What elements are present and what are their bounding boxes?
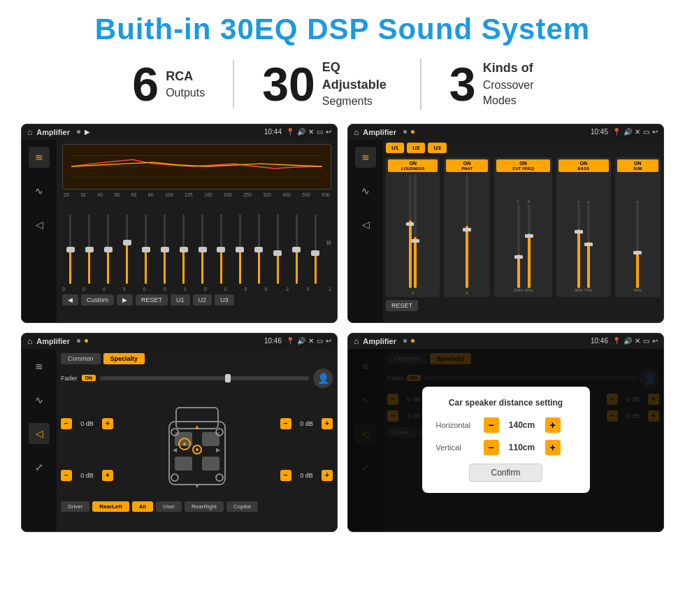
fl-minus[interactable]: − (61, 418, 72, 429)
screen3-status-bar: ⌂ Amplifier 10:46 📍 🔊 ✕ ▭ ↩ (22, 334, 337, 349)
screen3-content: ≋ ∿ ◁ ⤢ Common Specialty Fader ON (22, 349, 337, 531)
fr-value: 0 dB (294, 420, 319, 427)
screen2-sidebar: ≋ ∿ ◁ (348, 140, 383, 322)
horizontal-plus-button[interactable]: + (545, 417, 561, 433)
crossover-channels: ONLOUDNESS 0 (386, 157, 661, 297)
screen2-content: ≋ ∿ ◁ U1 U2 U3 ONLOUDNESS (348, 140, 663, 322)
channel-phat: ONPHAT G (444, 157, 489, 297)
rl-value: 0 dB (75, 472, 99, 479)
location-icon: 📍 (286, 128, 294, 136)
btn-all[interactable]: All (132, 501, 153, 512)
screen2-speaker-icon[interactable]: ◁ (355, 214, 376, 235)
screen2-close-icon[interactable]: ✕ (635, 128, 640, 136)
eq-u2-button[interactable]: U2 (193, 294, 212, 306)
back-icon[interactable]: ↩ (326, 128, 331, 136)
screen2-back-icon[interactable]: ↩ (652, 128, 658, 136)
eq-main: 2532405063 80100125160200 25032040050063… (57, 140, 337, 322)
spk-ctrl-rl: − 0 dB + (61, 470, 113, 481)
btn-rearleft[interactable]: RearLeft (92, 501, 129, 512)
screen2-home-icon[interactable]: ⌂ (354, 127, 359, 137)
screen3-back-icon[interactable]: ↩ (326, 337, 331, 345)
screen-speaker: ⌂ Amplifier 10:46 📍 🔊 ✕ ▭ ↩ ≋ ∿ ◁ (21, 333, 338, 532)
horizontal-minus-button[interactable]: − (484, 417, 499, 433)
channel-cutfreq: ONCUT FREQ F 100Hz (494, 157, 552, 297)
screen2-time: 10:45 (591, 128, 608, 136)
btn-rearright[interactable]: RearRight (185, 501, 224, 512)
spk-ctrl-fl: − 0 dB + (61, 418, 113, 429)
btn-copilot[interactable]: Copilot (226, 501, 258, 512)
home-icon[interactable]: ⌂ (27, 127, 32, 137)
screen4-app-name: Amplifier (363, 337, 396, 345)
screen2-wave-icon[interactable]: ∿ (355, 180, 376, 201)
rl-plus[interactable]: + (102, 470, 113, 481)
channel-loudness: ONLOUDNESS 0 (386, 157, 440, 297)
screen3-expand-icon[interactable]: ⤢ (29, 457, 50, 478)
preset-u1[interactable]: U1 (386, 143, 404, 153)
channel-sub-label: ONSUB (617, 159, 658, 172)
eq-values-row: 00050 00000 0-10-1 (62, 287, 331, 292)
vertical-minus-button[interactable]: − (484, 440, 499, 455)
eq-u1-button[interactable]: U1 (171, 294, 190, 306)
rl-minus[interactable]: − (61, 470, 72, 481)
eq-reset-button[interactable]: RESET (136, 294, 168, 306)
fl-value: 0 dB (75, 420, 99, 427)
eq-controls-row: ◀ Custom ▶ RESET U1 U2 U3 (62, 294, 331, 306)
rr-plus[interactable]: + (322, 470, 333, 481)
sidebar-speaker-icon[interactable]: ◁ (29, 214, 50, 235)
bottom-buttons: Driver RearLeft All User RearRight Copil… (61, 501, 333, 512)
rr-minus[interactable]: − (280, 470, 291, 481)
screen4-time: 10:46 (591, 337, 608, 345)
sidebar-eq-icon[interactable]: ≋ (29, 147, 50, 168)
screen4-back-icon[interactable]: ↩ (652, 337, 658, 345)
screen2-eq-icon[interactable]: ≋ (355, 147, 376, 168)
screen4-close-icon[interactable]: ✕ (635, 337, 640, 345)
volume-icon: 🔊 (297, 128, 305, 136)
fader-switch[interactable]: ON (82, 375, 96, 381)
eq-freq-labels: 2532405063 80100125160200 25032040050063… (62, 192, 331, 197)
stat-rca: 6 RCA Outputs (104, 60, 234, 108)
tab-common[interactable]: Common (61, 353, 101, 364)
screen4-volume-icon: 🔊 (623, 337, 632, 345)
fl-plus[interactable]: + (102, 418, 113, 429)
eq-u3-button[interactable]: U3 (215, 294, 234, 306)
screen3-speaker-icon[interactable]: ◁ (29, 423, 50, 444)
sidebar-wave-icon[interactable]: ∿ (29, 180, 50, 201)
preset-u3[interactable]: U3 (428, 143, 446, 153)
crossover-reset-button[interactable]: RESET (386, 300, 418, 311)
screen3-wave-icon[interactable]: ∿ (29, 389, 50, 410)
screen4-content: ≋ ∿ ◁ ⤢ Common Specialty Fader ON 👤 (348, 349, 663, 531)
screen3-sidebar: ≋ ∿ ◁ ⤢ (22, 349, 57, 531)
eq-prev-button[interactable]: ◀ (62, 294, 78, 306)
profile-icon[interactable]: 👤 (313, 368, 333, 388)
eq-slider-14 (307, 214, 324, 284)
btn-driver[interactable]: Driver (61, 501, 89, 512)
screen2-status-bar: ⌂ Amplifier 10:45 📍 🔊 ✕ ▭ ↩ (348, 124, 663, 140)
close-icon[interactable]: ✕ (308, 128, 314, 136)
vertical-plus-button[interactable]: + (545, 440, 561, 455)
eq-sliders: » (62, 200, 331, 284)
screen4-home-icon[interactable]: ⌂ (354, 336, 359, 346)
eq-custom-button[interactable]: Custom (81, 294, 114, 306)
eq-slider-1 (62, 214, 79, 284)
fr-plus[interactable]: + (322, 418, 333, 429)
screen3-eq-icon[interactable]: ≋ (29, 356, 50, 377)
dialog-horizontal-row: Horizontal − 140cm + (436, 417, 576, 433)
screen-distance: ⌂ Amplifier 10:46 📍 🔊 ✕ ▭ ↩ ≋ ∿ ◁ (347, 333, 664, 532)
eq-play-button[interactable]: ▶ (117, 294, 133, 306)
fader-track[interactable] (100, 376, 309, 380)
tab-specialty[interactable]: Specialty (103, 353, 145, 364)
channel-sub: ONSUB G 60Hz (615, 157, 661, 297)
svg-text:▲: ▲ (194, 424, 200, 430)
stat-crossover-label: Kinds of Crossover Modes (483, 59, 553, 108)
dialog-vertical-row: Vertical − 110cm + (436, 440, 576, 455)
btn-user[interactable]: User (156, 501, 182, 512)
screen2-icons: 📍 🔊 ✕ ▭ ↩ (612, 128, 658, 136)
screen4-status-bar: ⌂ Amplifier 10:46 📍 🔊 ✕ ▭ ↩ (348, 334, 663, 349)
fr-minus[interactable]: − (280, 418, 291, 429)
screen3-close-icon[interactable]: ✕ (308, 337, 314, 345)
screen3-home-icon[interactable]: ⌂ (27, 336, 32, 346)
screen2-window-icon: ▭ (643, 128, 649, 136)
confirm-button[interactable]: Confirm (469, 464, 542, 482)
preset-u2[interactable]: U2 (407, 143, 425, 153)
fader-thumb[interactable] (225, 374, 231, 382)
